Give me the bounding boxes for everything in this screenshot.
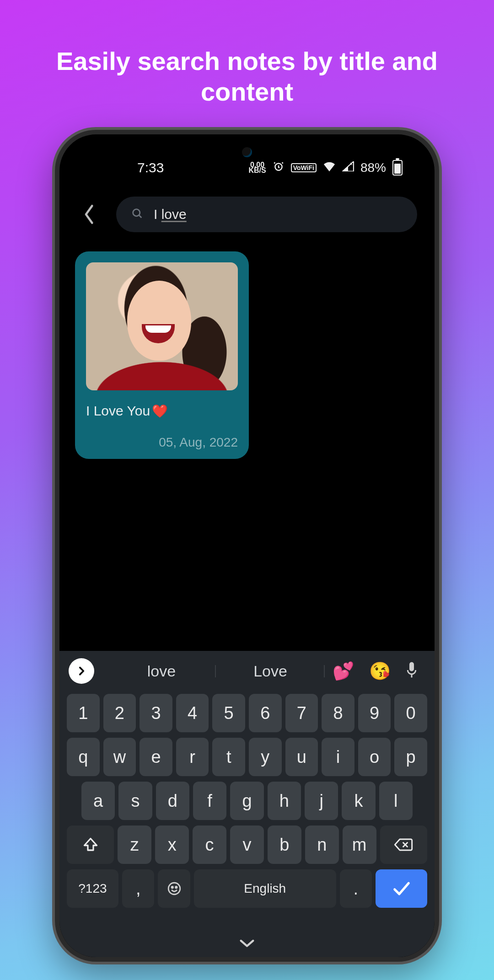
note-title: I Love You❤️ (86, 403, 238, 419)
key-g[interactable]: g (230, 782, 263, 820)
svg-rect-3 (409, 662, 414, 671)
battery-percent: 88% (360, 160, 386, 175)
note-thumbnail (86, 262, 238, 390)
key-n[interactable]: n (305, 826, 339, 864)
phone-camera (242, 147, 252, 157)
back-button[interactable] (77, 202, 102, 227)
heart-icon: ❤️ (152, 404, 168, 419)
key-y[interactable]: y (249, 738, 282, 776)
note-card[interactable]: I Love You❤️ 05, Aug, 2022 (75, 251, 249, 459)
suggestion-2[interactable]: Love (216, 662, 325, 680)
search-icon (131, 207, 144, 222)
key-4[interactable]: 4 (176, 694, 209, 732)
key-h[interactable]: h (268, 782, 301, 820)
key-f[interactable]: f (193, 782, 226, 820)
phone-mockup: 7:33 0.00KB/S VoWiFi x 88% (55, 130, 439, 962)
key-e[interactable]: e (140, 738, 172, 776)
backspace-key[interactable] (380, 826, 427, 864)
search-query-text: I love (154, 207, 187, 222)
key-t[interactable]: t (212, 738, 245, 776)
mic-button[interactable] (398, 661, 425, 681)
battery-icon (392, 160, 403, 176)
key-o[interactable]: o (358, 738, 391, 776)
soft-keyboard: love Love 💕 😘 1234567890 qwertyuiop asdf… (59, 651, 435, 957)
key-s[interactable]: s (118, 782, 152, 820)
expand-suggestions-button[interactable] (69, 658, 94, 684)
nav-handle[interactable] (59, 932, 435, 954)
key-l[interactable]: l (379, 782, 413, 820)
svg-point-5 (172, 887, 173, 888)
promo-headline: Easily search notes by title and content (37, 46, 457, 107)
space-key[interactable]: English (194, 869, 336, 908)
comma-key[interactable]: , (122, 869, 155, 908)
shift-key[interactable] (67, 826, 114, 864)
svg-point-2 (133, 209, 140, 216)
key-w[interactable]: w (103, 738, 136, 776)
vowifi-badge: VoWiFi (291, 163, 317, 172)
key-r[interactable]: r (176, 738, 209, 776)
key-m[interactable]: m (343, 826, 376, 864)
key-j[interactable]: j (305, 782, 338, 820)
key-p[interactable]: p (394, 738, 427, 776)
enter-key[interactable] (376, 869, 427, 908)
svg-point-6 (175, 887, 177, 888)
key-7[interactable]: 7 (285, 694, 318, 732)
status-bar: 7:33 0.00KB/S VoWiFi x 88% (59, 156, 435, 179)
svg-point-4 (168, 883, 180, 895)
key-a[interactable]: a (81, 782, 115, 820)
signal-icon: x (342, 161, 354, 174)
emoji-key[interactable] (158, 869, 190, 908)
key-x[interactable]: x (155, 826, 189, 864)
key-0[interactable]: 0 (394, 694, 427, 732)
key-k[interactable]: k (342, 782, 375, 820)
key-i[interactable]: i (322, 738, 354, 776)
key-v[interactable]: v (230, 826, 264, 864)
key-2[interactable]: 2 (103, 694, 136, 732)
svg-text:x: x (350, 161, 353, 166)
suggestion-1[interactable]: love (107, 662, 216, 680)
key-9[interactable]: 9 (358, 694, 391, 732)
key-b[interactable]: b (268, 826, 301, 864)
key-3[interactable]: 3 (140, 694, 172, 732)
phone-side-button (438, 331, 439, 413)
suggestion-emoji-1[interactable]: 💕 (325, 661, 361, 681)
key-z[interactable]: z (118, 826, 151, 864)
wifi-icon (323, 161, 336, 174)
note-date: 05, Aug, 2022 (86, 435, 238, 450)
key-6[interactable]: 6 (249, 694, 282, 732)
key-8[interactable]: 8 (322, 694, 354, 732)
status-time: 7:33 (137, 160, 164, 176)
suggestion-emoji-2[interactable]: 😘 (361, 661, 398, 681)
key-c[interactable]: c (193, 826, 226, 864)
key-d[interactable]: d (156, 782, 189, 820)
symbols-key[interactable]: ?123 (67, 869, 118, 908)
key-5[interactable]: 5 (212, 694, 245, 732)
key-q[interactable]: q (67, 738, 100, 776)
period-key[interactable]: . (340, 869, 372, 908)
key-1[interactable]: 1 (67, 694, 100, 732)
search-input[interactable]: I love (116, 197, 417, 232)
key-u[interactable]: u (285, 738, 318, 776)
alarm-icon (273, 160, 285, 175)
net-speed: 0.00KB/S (248, 162, 266, 174)
